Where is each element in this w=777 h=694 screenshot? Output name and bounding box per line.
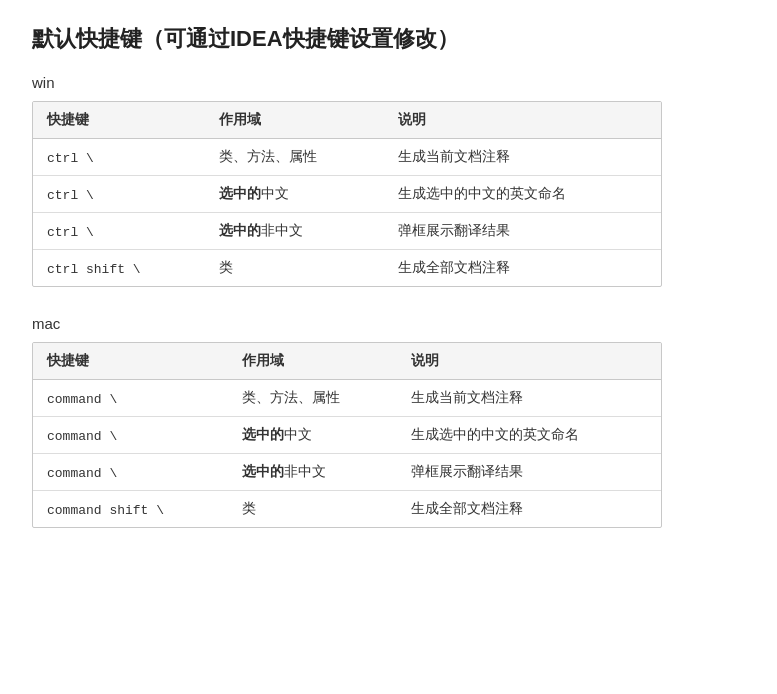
key-cell: command \ [33, 454, 228, 491]
col-header: 说明 [397, 343, 661, 380]
table-row: ctrl shift \类生成全部文档注释 [33, 250, 661, 287]
col-header: 快捷键 [33, 102, 205, 139]
table-win: 快捷键作用域说明ctrl \类、方法、属性生成当前文档注释ctrl \选中的中文… [32, 101, 662, 287]
desc-cell: 弹框展示翻译结果 [397, 454, 661, 491]
table-row: ctrl \类、方法、属性生成当前文档注释 [33, 139, 661, 176]
table-row: ctrl \选中的非中文弹框展示翻译结果 [33, 213, 661, 250]
scope-cell: 选中的非中文 [205, 213, 383, 250]
desc-cell: 生成选中的中文的英文命名 [384, 176, 661, 213]
col-header: 快捷键 [33, 343, 228, 380]
key-cell: command shift \ [33, 491, 228, 528]
scope-cell: 类、方法、属性 [228, 380, 397, 417]
key-cell: ctrl \ [33, 176, 205, 213]
key-cell: ctrl shift \ [33, 250, 205, 287]
section-title-win: win [32, 74, 745, 91]
table-row: command shift \类生成全部文档注释 [33, 491, 661, 528]
desc-cell: 生成全部文档注释 [397, 491, 661, 528]
scope-cell: 类、方法、属性 [205, 139, 383, 176]
col-header: 作用域 [228, 343, 397, 380]
desc-cell: 弹框展示翻译结果 [384, 213, 661, 250]
table-row: command \类、方法、属性生成当前文档注释 [33, 380, 661, 417]
scope-cell: 类 [205, 250, 383, 287]
key-cell: command \ [33, 417, 228, 454]
desc-cell: 生成选中的中文的英文命名 [397, 417, 661, 454]
desc-cell: 生成当前文档注释 [397, 380, 661, 417]
table-mac: 快捷键作用域说明command \类、方法、属性生成当前文档注释command … [32, 342, 662, 528]
desc-cell: 生成全部文档注释 [384, 250, 661, 287]
table-row: command \选中的中文生成选中的中文的英文命名 [33, 417, 661, 454]
scope-cell: 选中的中文 [205, 176, 383, 213]
table-row: command \选中的非中文弹框展示翻译结果 [33, 454, 661, 491]
col-header: 作用域 [205, 102, 383, 139]
desc-cell: 生成当前文档注释 [384, 139, 661, 176]
key-cell: command \ [33, 380, 228, 417]
key-cell: ctrl \ [33, 139, 205, 176]
section-title-mac: mac [32, 315, 745, 332]
page-title: 默认快捷键（可通过IDEA快捷键设置修改） [32, 24, 745, 54]
scope-cell: 选中的中文 [228, 417, 397, 454]
table-row: ctrl \选中的中文生成选中的中文的英文命名 [33, 176, 661, 213]
scope-cell: 类 [228, 491, 397, 528]
col-header: 说明 [384, 102, 661, 139]
key-cell: ctrl \ [33, 213, 205, 250]
scope-cell: 选中的非中文 [228, 454, 397, 491]
